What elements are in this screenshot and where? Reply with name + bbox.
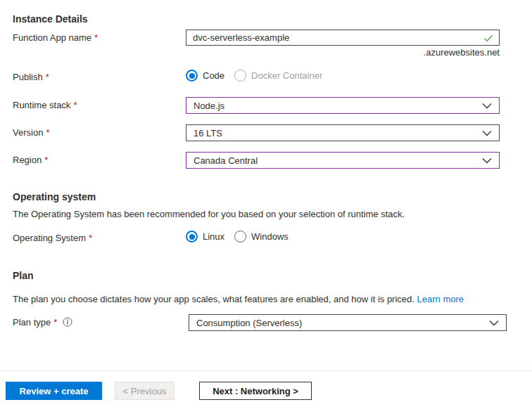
publish-radio-group: Code Docker Container [186,70,322,82]
learn-more-link[interactable]: Learn more [417,294,464,304]
operating-system-description: The Operating System has been recommende… [13,209,405,219]
chevron-down-icon [489,320,499,326]
radio-selected-icon [186,231,198,243]
required-asterisk: * [53,317,57,328]
create-function-app-form: Instance Details Function App name* .azu… [0,0,532,407]
required-asterisk: * [46,127,49,138]
instance-details-heading: Instance Details [13,13,88,25]
plan-description: The plan you choose dictates how your ap… [13,294,464,304]
publish-label: Publish* [13,72,49,82]
previous-button[interactable]: < Previous [115,382,175,400]
info-icon[interactable] [63,317,72,327]
runtime-stack-label: Runtime stack* [13,100,77,110]
operating-system-label: Operating System* [13,233,92,243]
required-asterisk: * [44,155,48,165]
required-asterisk: * [73,100,77,110]
publish-option-docker-container[interactable]: Docker Container [234,70,322,82]
version-dropdown[interactable]: 16 LTS [186,124,500,141]
chevron-down-icon [482,157,492,164]
region-label: Region* [13,155,48,165]
function-app-name-field [186,30,500,46]
required-asterisk: * [94,32,98,43]
plan-type-label: Plan type* [13,317,72,328]
chevron-down-icon [482,130,492,136]
required-asterisk: * [46,72,49,82]
runtime-stack-dropdown[interactable]: Node.js [186,97,500,114]
function-app-name-input[interactable] [186,32,483,43]
footer-divider [0,370,532,371]
operating-system-radio-group: Linux Windows [186,231,289,243]
os-option-linux[interactable]: Linux [186,231,224,243]
plan-type-dropdown[interactable]: Consumption (Serverless) [189,314,507,331]
review-create-button[interactable]: Review + create [6,382,102,400]
version-label: Version* [13,127,49,138]
next-networking-button[interactable]: Next : Networking > [199,382,312,400]
valid-check-icon [483,32,494,44]
required-asterisk: * [89,233,92,243]
os-option-windows[interactable]: Windows [234,231,289,243]
chevron-down-icon [482,103,492,109]
radio-selected-icon [186,70,198,82]
region-dropdown[interactable]: Canada Central [186,152,500,169]
function-app-name-label: Function App name* [13,32,98,43]
publish-option-code[interactable]: Code [186,70,224,82]
radio-unselected-icon [234,231,246,243]
plan-heading: Plan [13,270,34,281]
domain-suffix: .azurewebsites.net [186,47,500,58]
operating-system-heading: Operating system [13,191,96,202]
radio-unselected-icon [234,70,246,82]
